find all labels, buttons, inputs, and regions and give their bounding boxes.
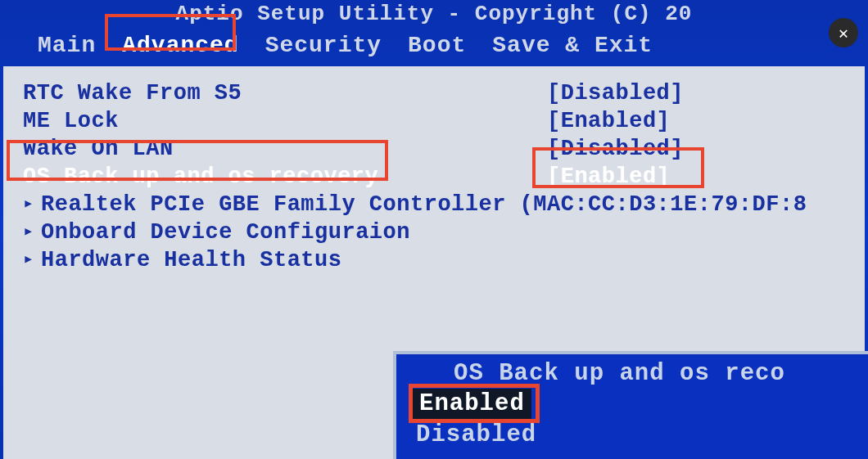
- menu-bar: Main Advanced Security Boot Save & Exit: [0, 28, 868, 66]
- setting-value: [Disabled]: [547, 79, 684, 107]
- popup-option-disabled[interactable]: Disabled: [413, 421, 540, 448]
- setting-value: [Enabled]: [547, 163, 670, 191]
- setting-label: Wake On LAN: [23, 135, 547, 163]
- arrow-right-icon: ▸: [23, 218, 36, 246]
- setting-rtc-wake[interactable]: RTC Wake From S5 [Disabled]: [23, 79, 845, 107]
- option-popup: OS Back up and os reco Enabled Disabled: [393, 351, 868, 459]
- setting-me-lock[interactable]: ME Lock [Enabled]: [23, 107, 845, 135]
- submenu-label: Onboard Device Configuraion: [41, 218, 410, 246]
- menu-security[interactable]: Security: [260, 31, 387, 60]
- submenu-label: Hardware Health Status: [41, 246, 341, 274]
- submenu-hardware-health[interactable]: ▸ Hardware Health Status: [23, 246, 845, 274]
- submenu-onboard-device[interactable]: ▸ Onboard Device Configuraion: [23, 218, 845, 246]
- popup-title: OS Back up and os reco: [413, 359, 852, 389]
- setting-wake-on-lan[interactable]: Wake On LAN [Disabled]: [23, 135, 845, 163]
- close-button[interactable]: ✕: [829, 18, 858, 47]
- close-icon: ✕: [839, 23, 848, 43]
- arrow-right-icon: ▸: [23, 246, 36, 274]
- arrow-right-icon: ▸: [23, 191, 36, 218]
- setting-label: RTC Wake From S5: [23, 79, 547, 107]
- setting-value: [Enabled]: [547, 107, 670, 135]
- submenu-realtek[interactable]: ▸ Realtek PCIe GBE Family Controller (MA…: [23, 191, 845, 218]
- setting-label: OS Back up and os recovery: [23, 163, 547, 191]
- menu-main[interactable]: Main: [33, 31, 101, 60]
- popup-option-enabled[interactable]: Enabled: [413, 389, 531, 420]
- menu-save-exit[interactable]: Save & Exit: [487, 31, 658, 60]
- bios-title: Aptio Setup Utility - Copyright (C) 20: [0, 0, 868, 28]
- setting-label: ME Lock: [23, 107, 547, 135]
- bios-screen: Aptio Setup Utility - Copyright (C) 20 M…: [0, 0, 868, 459]
- menu-boot[interactable]: Boot: [403, 31, 471, 60]
- submenu-label: Realtek PCIe GBE Family Controller (MAC:…: [41, 191, 807, 218]
- menu-advanced[interactable]: Advanced: [117, 31, 243, 60]
- setting-value: [Disabled]: [547, 135, 684, 163]
- setting-os-backup[interactable]: OS Back up and os recovery [Enabled]: [23, 163, 845, 191]
